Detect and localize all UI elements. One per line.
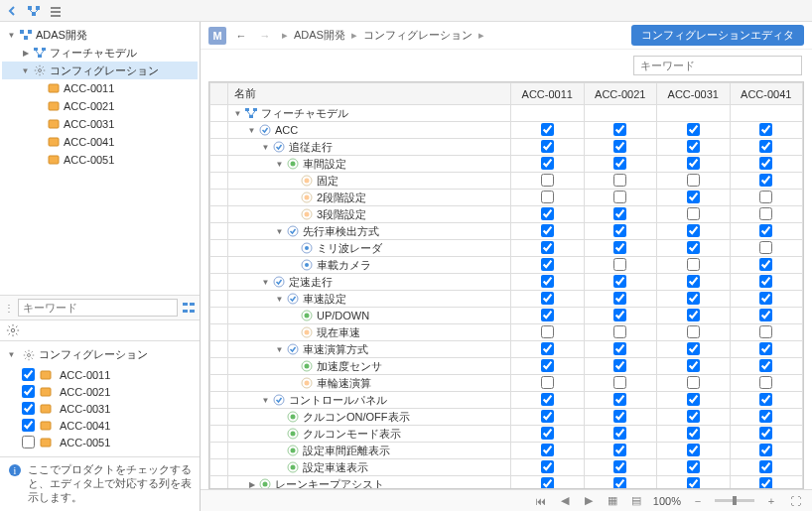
feature-checkbox[interactable] xyxy=(759,241,772,254)
feature-checkbox[interactable] xyxy=(687,477,700,490)
feature-checkbox[interactable] xyxy=(759,477,772,490)
feature-checkbox[interactable] xyxy=(687,123,700,136)
breadcrumb-segment[interactable]: コンフィグレーション xyxy=(363,28,473,43)
feature-checkbox[interactable] xyxy=(541,292,554,305)
expand-toggle-icon[interactable]: ▼ xyxy=(260,396,271,405)
feature-grid[interactable]: 名前ACC-0011ACC-0021ACC-0031ACC-0041▼フィーチャ… xyxy=(208,81,804,489)
expand-toggle-icon[interactable]: ▼ xyxy=(260,143,271,152)
feature-checkbox[interactable] xyxy=(613,292,626,305)
config-check-item[interactable]: ACC-0041 xyxy=(6,417,194,434)
config-check-item[interactable]: ACC-0021 xyxy=(6,383,194,400)
expand-toggle-icon[interactable] xyxy=(34,137,45,148)
page-first-icon[interactable]: ⏮ xyxy=(534,494,548,508)
feature-checkbox[interactable] xyxy=(541,460,554,473)
feature-checkbox[interactable] xyxy=(759,174,772,187)
feature-checkbox[interactable] xyxy=(541,140,554,153)
feature-checkbox[interactable] xyxy=(613,157,626,170)
feature-checkbox[interactable] xyxy=(613,207,626,220)
feature-checkbox[interactable] xyxy=(759,427,772,440)
feature-checkbox[interactable] xyxy=(541,342,554,355)
expand-toggle-icon[interactable]: ▼ xyxy=(6,349,17,360)
breadcrumb[interactable]: ▸ADAS開発▸コンフィグレーション▸ xyxy=(280,28,486,43)
column-header[interactable]: ACC-0041 xyxy=(730,83,803,105)
tree-feature-model[interactable]: ▶フィーチャモデル xyxy=(2,44,198,62)
expand-toggle-icon[interactable] xyxy=(34,155,45,166)
column-header[interactable]: ACC-0011 xyxy=(511,83,585,105)
columns-icon[interactable]: ▤ xyxy=(629,494,643,508)
feature-checkbox[interactable] xyxy=(759,191,772,203)
feature-checkbox[interactable] xyxy=(759,444,772,456)
feature-checkbox[interactable] xyxy=(687,241,700,254)
feature-checkbox[interactable] xyxy=(759,309,772,321)
feature-checkbox[interactable] xyxy=(759,410,772,423)
expand-toggle-icon[interactable]: ▼ xyxy=(232,109,243,118)
feature-checkbox[interactable] xyxy=(687,444,700,456)
feature-checkbox[interactable] xyxy=(541,393,554,406)
feature-checkbox[interactable] xyxy=(687,292,700,305)
config-checkbox[interactable] xyxy=(22,385,35,398)
feature-checkbox[interactable] xyxy=(541,410,554,423)
feature-checkbox[interactable] xyxy=(759,292,772,305)
feature-checkbox[interactable] xyxy=(687,376,700,389)
expand-toggle-icon[interactable]: ▼ xyxy=(246,126,257,135)
feature-checkbox[interactable] xyxy=(541,157,554,170)
page-next-icon[interactable]: ▶ xyxy=(582,494,596,508)
feature-checkbox[interactable] xyxy=(613,477,626,490)
feature-checkbox[interactable] xyxy=(541,224,554,237)
expand-toggle-icon[interactable]: ▼ xyxy=(260,278,271,287)
feature-checkbox[interactable] xyxy=(759,460,772,473)
feature-checkbox[interactable] xyxy=(687,342,700,355)
feature-checkbox[interactable] xyxy=(759,359,772,372)
zoom-out-icon[interactable]: − xyxy=(691,494,705,508)
feature-checkbox[interactable] xyxy=(759,342,772,355)
feature-checkbox[interactable] xyxy=(541,477,554,490)
list-icon[interactable] xyxy=(48,3,64,19)
feature-checkbox[interactable] xyxy=(541,427,554,440)
config-check-item[interactable]: ACC-0011 xyxy=(6,366,194,383)
feature-checkbox[interactable] xyxy=(613,224,626,237)
feature-checkbox[interactable] xyxy=(759,157,772,170)
feature-checkbox[interactable] xyxy=(613,275,626,288)
expand-toggle-icon[interactable] xyxy=(34,101,45,112)
feature-checkbox[interactable] xyxy=(759,275,772,288)
feature-checkbox[interactable] xyxy=(541,444,554,456)
feature-checkbox[interactable] xyxy=(613,359,626,372)
feature-checkbox[interactable] xyxy=(541,258,554,271)
grid-keyword-input[interactable] xyxy=(633,56,802,75)
tree-item[interactable]: ACC-0041 xyxy=(2,133,198,151)
expand-toggle-icon[interactable]: ▶ xyxy=(20,48,31,59)
feature-checkbox[interactable] xyxy=(687,427,700,440)
feature-checkbox[interactable] xyxy=(613,241,626,254)
config-checkbox[interactable] xyxy=(22,436,35,448)
feature-checkbox[interactable] xyxy=(687,157,700,170)
expand-toggle-icon[interactable] xyxy=(34,119,45,130)
feature-checkbox[interactable] xyxy=(687,174,700,187)
config-check-item[interactable]: ACC-0031 xyxy=(6,400,194,417)
feature-checkbox[interactable] xyxy=(613,410,626,423)
feature-checkbox[interactable] xyxy=(687,275,700,288)
feature-checkbox[interactable] xyxy=(613,460,626,473)
column-header-name[interactable]: 名前 xyxy=(228,83,511,105)
feature-checkbox[interactable] xyxy=(613,258,626,271)
feature-checkbox[interactable] xyxy=(759,258,772,271)
tree-item[interactable]: ACC-0051 xyxy=(2,151,198,169)
feature-checkbox[interactable] xyxy=(687,359,700,372)
feature-checkbox[interactable] xyxy=(687,325,700,338)
config-checkbox[interactable] xyxy=(22,368,35,381)
config-checkbox[interactable] xyxy=(22,402,35,415)
feature-checkbox[interactable] xyxy=(759,224,772,237)
feature-checkbox[interactable] xyxy=(687,393,700,406)
feature-checkbox[interactable] xyxy=(613,325,626,338)
feature-checkbox[interactable] xyxy=(613,191,626,203)
zoom-in-icon[interactable]: + xyxy=(764,494,778,508)
feature-checkbox[interactable] xyxy=(687,258,700,271)
tree-root[interactable]: ▼ADAS開発 xyxy=(2,26,198,44)
feature-checkbox[interactable] xyxy=(759,140,772,153)
left-keyword-input[interactable] xyxy=(18,299,178,317)
nav-back-icon[interactable] xyxy=(4,3,20,19)
feature-checkbox[interactable] xyxy=(687,460,700,473)
feature-checkbox[interactable] xyxy=(759,207,772,220)
feature-checkbox[interactable] xyxy=(541,207,554,220)
feature-checkbox[interactable] xyxy=(541,309,554,321)
tree-item[interactable]: ACC-0021 xyxy=(2,97,198,115)
